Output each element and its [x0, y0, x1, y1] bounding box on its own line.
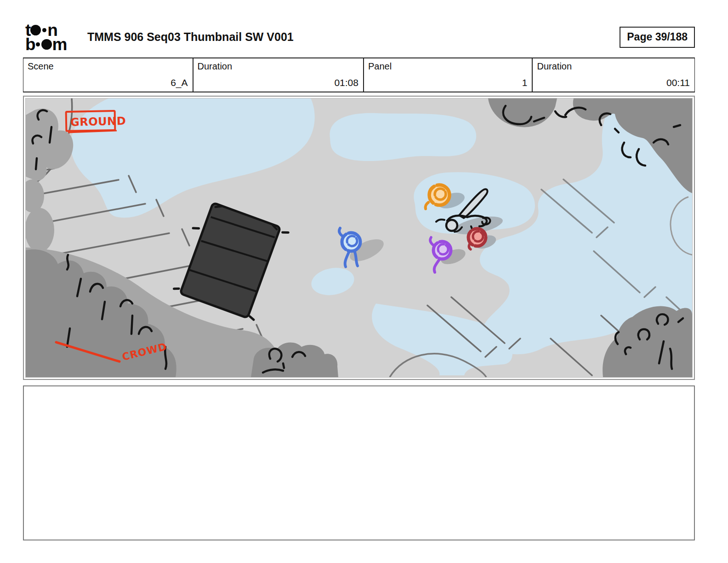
- storyboard-art: GROUND CROWD: [26, 98, 692, 377]
- logo-dot-icon: [41, 39, 52, 50]
- panel-duration-value: 00:11: [666, 77, 690, 88]
- storyboard-drawing: GROUND CROWD: [26, 98, 692, 377]
- info-cell-panel-duration: Duration 00:11: [533, 58, 694, 92]
- panel-label: Panel: [368, 61, 392, 72]
- document-title: TMMS 906 Seq03 Thumbnail SW V001: [87, 30, 294, 44]
- info-cell-scene: Scene 6_A: [23, 58, 193, 92]
- logo-dot-icon: [42, 28, 46, 32]
- toonboom-logo: tn bm: [25, 23, 85, 52]
- page-header: tn bm TMMS 906 Seq03 Thumbnail SW V001 P…: [23, 22, 695, 55]
- ground-label-text: GROUND: [70, 115, 126, 129]
- panel-duration-label: Duration: [537, 61, 572, 72]
- scene-duration-label: Duration: [198, 61, 233, 72]
- scene-value: 6_A: [171, 77, 188, 88]
- page-number-badge: Page 39/188: [620, 27, 695, 48]
- info-cell-scene-duration: Duration 01:08: [193, 58, 364, 92]
- storyboard-page: tn bm TMMS 906 Seq03 Thumbnail SW V001 P…: [0, 0, 728, 563]
- logo-letter: m: [52, 38, 67, 52]
- logo-dot-icon: [30, 25, 41, 35]
- logo-letter: b: [25, 38, 35, 52]
- scene-duration-value: 01:08: [334, 77, 358, 88]
- panel-info-row: Scene 6_A Duration 01:08 Panel 1 Duratio…: [23, 57, 695, 92]
- logo-dot-icon: [36, 42, 40, 46]
- scene-label: Scene: [28, 61, 54, 72]
- caption-box: [23, 385, 695, 540]
- storyboard-panel-frame: GROUND CROWD: [23, 96, 695, 380]
- panel-value: 1: [522, 77, 528, 88]
- info-cell-panel: Panel 1: [364, 58, 533, 92]
